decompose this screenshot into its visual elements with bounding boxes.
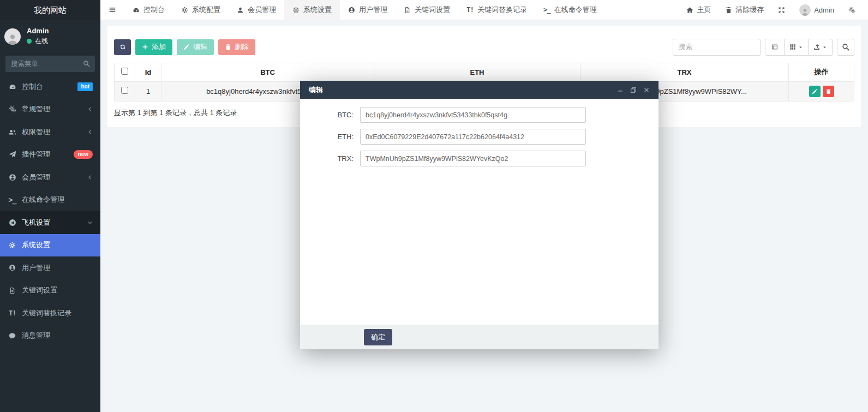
comment-icon — [8, 332, 17, 339]
hamburger-menu-icon[interactable] — [100, 0, 124, 20]
tachometer-icon — [133, 7, 140, 14]
sidebar-item-general[interactable]: 常规管理 — [0, 98, 100, 121]
clear-cache-link[interactable]: 清除缓存 — [718, 0, 771, 20]
sidebar-item-label: 系统设置 — [22, 240, 50, 250]
sidebar-subitem-message-management[interactable]: 消息管理 — [0, 325, 100, 348]
trx-field[interactable] — [360, 151, 586, 166]
sidebar-item-telegram-settings[interactable]: 飞机设置 — [0, 211, 100, 234]
form-row-trx: TRX: — [300, 151, 659, 166]
tab-keyword-replace-log[interactable]: T! 关键词替换记录 — [458, 0, 535, 20]
toggle-view-button[interactable] — [765, 39, 785, 56]
settings-menu[interactable] — [841, 0, 863, 20]
sidebar-item-label: 权限管理 — [22, 127, 50, 137]
user-name: Admin — [27, 27, 49, 35]
user-menu[interactable]: Admin — [792, 0, 841, 20]
columns-grid-icon — [789, 44, 796, 50]
fullscreen-button[interactable] — [771, 0, 792, 20]
btc-field[interactable] — [360, 107, 586, 123]
sidebar-item-label: 飞机设置 — [22, 218, 50, 228]
trash-icon — [825, 88, 831, 94]
table-toolbar: 添加 编辑 删除 — [114, 39, 854, 56]
sidebar-item-auth[interactable]: 权限管理 — [0, 121, 100, 144]
user-circle-icon — [8, 264, 17, 271]
new-badge: new — [74, 150, 93, 159]
column-header-eth[interactable]: ETH — [374, 63, 580, 81]
dialog-footer: 确定 — [300, 325, 659, 349]
home-icon — [686, 7, 693, 14]
column-header-id[interactable]: Id — [135, 63, 161, 81]
file-icon — [8, 287, 17, 294]
topbar-user-name: Admin — [814, 6, 834, 14]
sidebar-item-dashboard[interactable]: 控制台 hot — [0, 75, 100, 98]
tab-label: 关键词设置 — [415, 5, 450, 15]
export-button[interactable] — [808, 39, 833, 56]
minimize-button[interactable] — [617, 87, 624, 93]
tab-system-config[interactable]: 系统配置 — [173, 0, 229, 20]
sidebar-item-command[interactable]: >_ 在线命令管理 — [0, 189, 100, 212]
tab-label: 控制台 — [143, 5, 165, 15]
maximize-button[interactable] — [630, 87, 637, 93]
home-link[interactable]: 主页 — [679, 0, 718, 20]
search-button[interactable] — [837, 39, 854, 56]
user-status: 在线 — [27, 37, 49, 46]
confirm-button[interactable]: 确定 — [364, 329, 392, 345]
expand-icon — [778, 7, 785, 14]
btc-label: BTC: — [300, 111, 360, 119]
delete-label: 删除 — [235, 42, 249, 52]
form-row-btc: BTC: — [300, 107, 659, 123]
edit-label: 编辑 — [193, 42, 207, 52]
refresh-icon — [119, 44, 126, 50]
sidebar-item-member[interactable]: 会员管理 — [0, 166, 100, 189]
edit-button[interactable]: 编辑 — [177, 39, 214, 55]
delete-button[interactable]: 删除 — [218, 39, 255, 55]
maximize-icon — [630, 87, 637, 93]
sidebar-subitem-user-management[interactable]: 用户管理 — [0, 256, 100, 279]
eth-field[interactable] — [360, 129, 586, 145]
add-button[interactable]: 添加 — [135, 39, 172, 55]
columns-button[interactable] — [784, 39, 809, 56]
user-icon — [237, 7, 244, 14]
topbar: 控制台 系统配置 会员管理 系统设置 用户管理 关键词设置 T! 关键词替换记录… — [100, 0, 868, 20]
tab-dashboard[interactable]: 控制台 — [124, 0, 173, 20]
sidebar-item-addon[interactable]: 插件管理 new — [0, 144, 100, 166]
tab-user-management[interactable]: 用户管理 — [340, 0, 396, 20]
tab-keyword-settings[interactable]: 关键词设置 — [396, 0, 458, 20]
row-delete-button[interactable] — [823, 86, 834, 97]
select-all-checkbox[interactable] — [121, 68, 128, 75]
text-height-icon: T! — [8, 309, 17, 317]
cogs-icon — [8, 105, 17, 113]
hot-badge: hot — [77, 82, 93, 91]
sidebar-search-input[interactable] — [5, 56, 95, 72]
gear-icon — [292, 7, 300, 14]
row-edit-button[interactable] — [809, 86, 821, 97]
dialog-header[interactable]: 编辑 — [300, 81, 659, 99]
trash-icon — [225, 44, 231, 50]
export-icon — [813, 44, 820, 50]
telegram-icon — [8, 219, 17, 226]
tab-label: 系统配置 — [192, 5, 220, 15]
plus-icon — [142, 44, 148, 50]
sidebar-subitem-system-settings[interactable]: 系统设置 — [0, 234, 100, 257]
refresh-button[interactable] — [114, 39, 131, 55]
chevron-left-icon — [87, 175, 93, 180]
avatar — [799, 4, 811, 16]
file-icon — [404, 7, 411, 14]
sidebar-subitem-keyword-replace-log[interactable]: T! 关键词替换记录 — [0, 302, 100, 325]
tab-online-command[interactable]: >_ 在线命令管理 — [535, 0, 605, 20]
sidebar-subitem-keyword-settings[interactable]: 关键词设置 — [0, 279, 100, 302]
user-status-label: 在线 — [35, 37, 48, 46]
eth-label: ETH: — [300, 133, 360, 141]
table-search-input[interactable] — [673, 39, 761, 56]
column-header-trx[interactable]: TRX — [580, 63, 789, 81]
user-circle-icon — [8, 174, 17, 181]
app-title: 我的网站 — [0, 0, 100, 20]
column-header-btc[interactable]: BTC — [161, 63, 374, 81]
row-actions — [792, 86, 851, 97]
row-checkbox[interactable] — [121, 87, 128, 94]
close-button[interactable] — [643, 87, 650, 93]
user-circle-icon — [348, 7, 355, 14]
home-label: 主页 — [697, 5, 711, 15]
tab-member-management[interactable]: 会员管理 — [229, 0, 284, 20]
tab-system-settings[interactable]: 系统设置 — [284, 0, 340, 20]
sidebar-item-label: 关键词设置 — [22, 285, 57, 295]
